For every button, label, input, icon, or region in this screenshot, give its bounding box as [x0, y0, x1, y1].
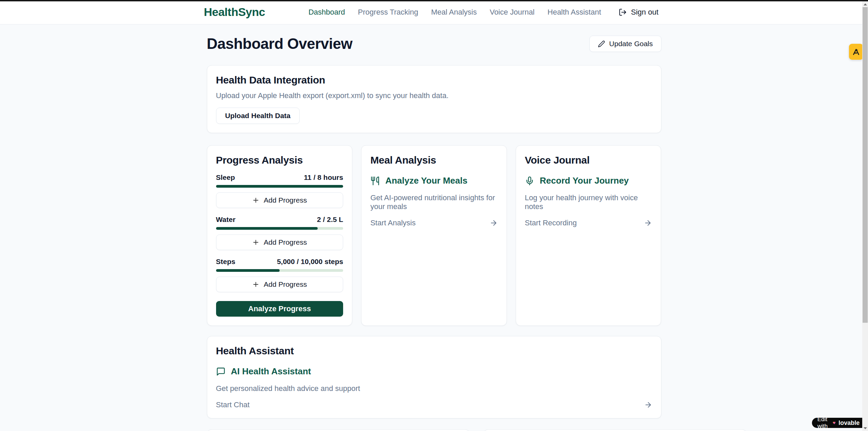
main-nav: Dashboard Progress Tracking Meal Analysi…: [308, 8, 658, 17]
logout-icon: [619, 8, 627, 16]
nav-health-assistant[interactable]: Health Assistant: [548, 8, 601, 17]
record-your-journey-link[interactable]: Record Your Journey: [525, 175, 652, 186]
plus-icon: [252, 239, 260, 246]
voice-journal-card: Voice Journal Record Your Journey Log yo…: [516, 145, 661, 326]
start-analysis-label: Start Analysis: [370, 219, 415, 227]
assistant-description: Get personalized health advice and suppo…: [216, 384, 652, 393]
quick-stats-card: Quick Stats Select Date Today Yesterday …: [483, 429, 747, 431]
sign-out-label: Sign out: [631, 8, 658, 17]
nav-dashboard[interactable]: Dashboard: [308, 8, 345, 17]
widget-logo-icon: [852, 48, 861, 56]
app-logo: HealthSync: [204, 5, 265, 19]
nav-meal-analysis[interactable]: Meal Analysis: [431, 8, 477, 17]
metric-water: Water 2 / 2.5 L Add Progress: [216, 215, 343, 250]
progress-analysis-card: Progress Analysis Sleep 11 / 8 hours Add…: [207, 145, 353, 326]
window-edge-strip: [0, 0, 868, 1]
add-progress-steps-button[interactable]: Add Progress: [216, 277, 343, 292]
scroll-up-arrow[interactable]: [862, 1, 868, 7]
microphone-icon: [525, 176, 534, 186]
start-chat-label: Start Chat: [216, 400, 250, 409]
analyze-progress-button[interactable]: Analyze Progress: [216, 301, 343, 317]
record-your-journey-label: Record Your Journey: [540, 175, 629, 186]
voice-description: Log your health journey with voice notes: [525, 193, 652, 211]
analyze-your-meals-link[interactable]: Analyze Your Meals: [370, 175, 498, 186]
update-goals-button[interactable]: Update Goals: [589, 36, 661, 52]
upload-health-data-button[interactable]: Upload Health Data: [216, 108, 300, 124]
page-title: Dashboard Overview: [207, 35, 353, 52]
arrow-right-icon: [644, 219, 652, 227]
ai-health-assistant-label: AI Health Assistant: [231, 366, 311, 377]
add-progress-label: Add Progress: [264, 196, 307, 204]
meal-analysis-card: Meal Analysis Analyze Your Meals Get AI-…: [361, 145, 507, 326]
ai-health-assistant-link[interactable]: AI Health Assistant: [216, 366, 652, 377]
progress-analysis-title: Progress Analysis: [216, 154, 343, 166]
sleep-progress-bar: [216, 185, 343, 188]
plus-icon: [252, 196, 260, 204]
arrow-right-icon: [644, 401, 652, 409]
vertical-scrollbar[interactable]: [862, 1, 868, 431]
meal-description: Get AI-powered nutritional insights for …: [370, 193, 498, 211]
analyze-your-meals-label: Analyze Your Meals: [385, 175, 467, 186]
metric-label: Sleep: [216, 173, 235, 182]
metric-value: 11 / 8 hours: [304, 173, 343, 182]
utensils-icon: [370, 176, 380, 186]
steps-progress-bar: [216, 269, 343, 272]
add-progress-label: Add Progress: [264, 280, 307, 288]
scroll-down-arrow[interactable]: [862, 425, 868, 431]
add-progress-sleep-button[interactable]: Add Progress: [216, 192, 343, 208]
update-goals-label: Update Goals: [609, 40, 653, 48]
chat-bubble-icon: [216, 367, 226, 376]
arrow-right-icon: [490, 219, 498, 227]
heart-icon: [833, 420, 836, 426]
sign-out-button[interactable]: Sign out: [619, 8, 658, 17]
voice-journal-title: Voice Journal: [525, 154, 652, 166]
metric-sleep: Sleep 11 / 8 hours Add Progress: [216, 173, 343, 208]
metric-steps: Steps 5,000 / 10,000 steps Add Progress: [216, 258, 343, 292]
water-progress-bar: [216, 227, 343, 230]
metric-label: Steps: [216, 258, 235, 266]
scrollbar-thumb[interactable]: [863, 7, 868, 323]
edit-with-lovable-badge[interactable]: Edit with lovable ×: [812, 418, 868, 428]
start-analysis-link[interactable]: Start Analysis: [370, 219, 498, 227]
metric-label: Water: [216, 215, 236, 224]
start-recording-label: Start Recording: [525, 219, 577, 227]
start-chat-link[interactable]: Start Chat: [216, 400, 652, 409]
meal-analysis-title: Meal Analysis: [370, 154, 498, 166]
health-data-description: Upload your Apple Health export (export.…: [216, 91, 652, 100]
badge-prefix: Edit with: [817, 416, 830, 430]
metric-value: 5,000 / 10,000 steps: [277, 258, 343, 266]
side-widget-toggle-button[interactable]: [849, 44, 863, 60]
nav-voice-journal[interactable]: Voice Journal: [490, 8, 534, 17]
pencil-icon: [598, 40, 605, 48]
recent-goals-card: Recent Goals Select Date Today Yesterday…: [207, 429, 470, 431]
health-assistant-card: Health Assistant AI Health Assistant Get…: [207, 336, 661, 418]
metric-value: 2 / 2.5 L: [317, 215, 343, 224]
health-data-title: Health Data Integration: [216, 74, 652, 86]
badge-brand: lovable: [838, 419, 860, 427]
plus-icon: [252, 281, 260, 288]
add-progress-water-button[interactable]: Add Progress: [216, 235, 343, 250]
nav-progress-tracking[interactable]: Progress Tracking: [358, 8, 418, 17]
health-data-integration-card: Health Data Integration Upload your Appl…: [207, 65, 661, 133]
add-progress-label: Add Progress: [264, 238, 307, 246]
app-header: HealthSync Dashboard Progress Tracking M…: [0, 0, 862, 24]
start-recording-link[interactable]: Start Recording: [525, 219, 652, 227]
health-assistant-title: Health Assistant: [216, 345, 652, 357]
